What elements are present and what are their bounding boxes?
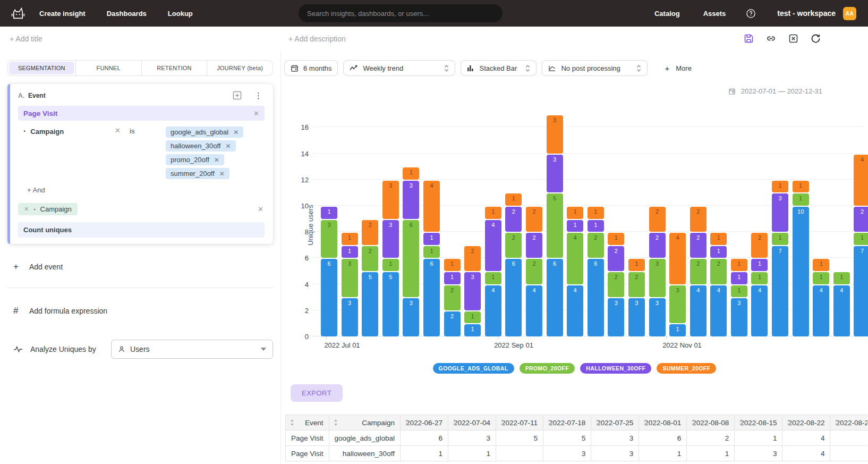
filter-value-chip[interactable]: google_ads_global✕	[166, 126, 243, 138]
bar-segment[interactable]: 1	[464, 324, 481, 336]
bar-segment[interactable]: 6	[505, 259, 522, 336]
bar-segment[interactable]: 3	[464, 272, 481, 310]
bar-segment[interactable]: 3	[382, 220, 399, 258]
legend-pill[interactable]: SUMMER_20OFF	[657, 363, 716, 374]
bar-segment[interactable]: 3	[608, 298, 624, 336]
table-header-cell[interactable]: 2022-08-15	[735, 415, 782, 431]
legend-pill[interactable]: GOOGLE_ADS_GLOBAL	[433, 363, 514, 374]
bar-segment[interactable]: 3	[772, 193, 788, 232]
filter-operator[interactable]: is	[130, 126, 166, 135]
event-selector[interactable]: Page Visit ✕	[18, 106, 265, 121]
save-icon[interactable]	[743, 33, 754, 44]
add-formula-button[interactable]: # Add formula expression	[13, 306, 273, 316]
bar-segment[interactable]: 1	[444, 272, 461, 284]
bar-segment[interactable]: 1	[813, 272, 829, 284]
table-header-cell[interactable]: 2022-08-22	[782, 415, 830, 431]
add-and-condition[interactable]: + And	[27, 186, 265, 194]
search-input[interactable]	[299, 4, 503, 22]
bar-segment[interactable]: 1	[423, 246, 440, 258]
table-header-cell[interactable]: 2022-07-18	[543, 415, 591, 431]
post-processing-select[interactable]: No post processing	[542, 60, 648, 76]
bar-segment[interactable]: 4	[710, 285, 727, 336]
tab-funnel[interactable]: FUNNEL	[75, 61, 141, 75]
tab-retention[interactable]: RETENTION	[141, 61, 207, 75]
nav-assets[interactable]: Assets	[703, 10, 726, 18]
bar-segment[interactable]: 3	[649, 298, 666, 336]
bar-segment[interactable]: 3	[403, 181, 419, 219]
link-icon[interactable]	[765, 33, 777, 44]
table-header-cell[interactable]: 2022-08-29	[830, 415, 867, 431]
table-header-cell[interactable]: 2022-08-08	[687, 415, 735, 431]
bar-segment[interactable]: 1	[588, 220, 604, 232]
breakdown-chip[interactable]: ✕ · Campaign	[18, 203, 78, 215]
sort-icon[interactable]	[453, 419, 457, 427]
sort-icon[interactable]	[739, 419, 743, 427]
bar-segment[interactable]: 6	[321, 259, 337, 336]
bar-segment[interactable]: 1	[669, 324, 686, 336]
remove-value-icon[interactable]: ✕	[233, 129, 239, 136]
app-logo-cat-icon[interactable]	[11, 6, 25, 20]
tab-segmentation[interactable]: SEGMENTATION	[9, 62, 74, 74]
export-button[interactable]: EXPORT	[291, 384, 343, 402]
bar-segment[interactable]: 1	[793, 193, 809, 206]
sort-icon[interactable]	[334, 419, 338, 427]
table-header-cell[interactable]: Event	[286, 415, 329, 431]
bar-segment[interactable]: 6	[423, 259, 440, 336]
bar-segment[interactable]: 4	[423, 181, 440, 232]
bar-segment[interactable]: 3	[382, 181, 399, 219]
sort-icon[interactable]	[691, 419, 695, 427]
bar-segment[interactable]: 10	[793, 207, 809, 336]
bar-segment[interactable]: 4	[669, 233, 686, 284]
bar-segment[interactable]: 4	[813, 285, 829, 336]
tab-journey[interactable]: JOURNEY (beta)	[207, 61, 273, 75]
bar-segment[interactable]: 1	[854, 233, 868, 245]
table-header-cell[interactable]: 2022-07-04	[448, 415, 496, 431]
bar-segment[interactable]: 4	[833, 285, 850, 336]
bar-segment[interactable]: 1	[731, 259, 747, 271]
legend-pill[interactable]: PROMO_20OFF	[520, 363, 575, 374]
add-description-button[interactable]: + Add description	[288, 35, 346, 43]
bar-segment[interactable]: 2	[588, 233, 604, 258]
sort-icon[interactable]	[405, 419, 409, 427]
bar-segment[interactable]: 3	[547, 115, 563, 154]
bar-segment[interactable]: 2	[505, 207, 522, 232]
bar-segment[interactable]: 1	[751, 259, 768, 271]
avatar[interactable]: AA	[843, 7, 856, 20]
add-event-button[interactable]: + Add event	[13, 261, 273, 272]
bar-segment[interactable]: 4	[854, 155, 868, 206]
remove-value-icon[interactable]: ✕	[219, 171, 225, 177]
bar-segment[interactable]: 3	[342, 298, 358, 336]
bar-segment[interactable]: 5	[547, 193, 563, 258]
remove-filter-icon[interactable]: ✕	[115, 126, 130, 134]
bar-segment[interactable]: 3	[547, 155, 563, 193]
sort-icon[interactable]	[290, 419, 294, 427]
nav-catalog[interactable]: Catalog	[654, 10, 680, 18]
filter-property[interactable]: Campaign	[30, 128, 64, 136]
bar-segment[interactable]: 1	[710, 246, 727, 258]
sort-icon[interactable]	[835, 419, 839, 427]
bar-segment[interactable]: 2	[505, 233, 522, 258]
bar-segment[interactable]: 4	[690, 285, 707, 336]
bar-segment[interactable]: 2	[649, 233, 666, 258]
bar-segment[interactable]: 4	[485, 220, 501, 271]
bar-segment[interactable]: 1	[628, 259, 645, 271]
event-menu-icon[interactable]: ⋮	[254, 91, 262, 99]
bar-segment[interactable]: 1	[567, 220, 583, 232]
bar-segment[interactable]: 2	[526, 207, 542, 232]
bar-segment[interactable]: 1	[772, 233, 788, 245]
bar-segment[interactable]: 1	[485, 272, 501, 284]
bar-segment[interactable]: 4	[567, 285, 583, 336]
bar-segment[interactable]: 3	[731, 298, 747, 336]
workspace-name[interactable]: test - workspace	[777, 9, 836, 18]
bar-segment[interactable]: 6	[588, 259, 604, 336]
bar-segment[interactable]: 1	[731, 272, 747, 284]
bar-segment[interactable]: 1	[772, 181, 788, 193]
bar-segment[interactable]: 2	[526, 233, 542, 258]
remove-value-icon[interactable]: ✕	[214, 157, 219, 163]
bar-segment[interactable]: 3	[403, 298, 419, 336]
bar-segment[interactable]: 1	[444, 259, 461, 271]
bar-segment[interactable]: 2	[690, 259, 707, 284]
nav-lookup[interactable]: Lookup	[168, 10, 193, 18]
bar-segment[interactable]: 4	[751, 285, 768, 336]
measure-selector[interactable]: Count uniques	[18, 222, 265, 238]
